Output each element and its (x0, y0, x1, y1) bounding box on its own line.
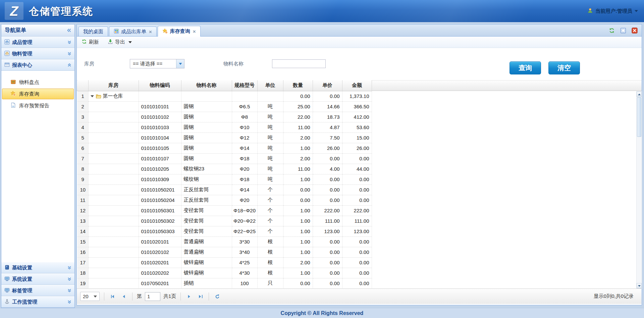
clear-button[interactable]: 清空 (548, 61, 580, 74)
col-qty[interactable]: 数量 (283, 80, 313, 91)
col-warehouse[interactable]: 库房 (88, 80, 139, 91)
material-name-cell: 圆钢 (181, 101, 232, 112)
unit-cell: 吨 (257, 164, 283, 174)
col-amount[interactable]: 金额 (342, 80, 372, 91)
col-material-name[interactable]: 物料名称 (181, 80, 232, 91)
price-cell: 18.73 (313, 112, 342, 122)
material-code-cell: 010101050204 (139, 195, 181, 205)
reload-page-icon[interactable] (213, 293, 221, 301)
table-row[interactable]: 180101020202镀锌扁钢4*30根1.000.000.00 (77, 268, 372, 278)
tab-finished-goods-outbound[interactable]: 成品出库单 × (109, 26, 157, 36)
col-material-code[interactable]: 物料编码 (139, 80, 181, 91)
app-header: Z 仓储管理系统 当前用户:管理员 (0, 0, 644, 22)
warehouse-select[interactable]: == 请选择 == (130, 59, 184, 68)
table-row[interactable]: 190107050201插销100只0.000.000.00 (77, 278, 372, 288)
unit-cell: 吨 (257, 101, 283, 112)
table-row[interactable]: 14010101050303变径套筒Φ22~Φ25个1.00123.00123.… (77, 226, 372, 236)
table-row[interactable]: 40101010103圆钢Φ10吨11.004.8753.60 (77, 122, 372, 132)
row-number: 16 (77, 247, 88, 257)
tab-label: 成品出库单 (121, 29, 146, 35)
table-row[interactable]: 170101020201镀锌扁钢4*25根2.000.000.00 (77, 257, 372, 268)
filter-bar: 库房 == 请选择 == 物料名称 查询 清空 (77, 48, 642, 80)
price-cell: 0.00 (313, 268, 342, 278)
refresh-tab-icon[interactable] (608, 27, 615, 34)
sidebar-item-stock-warning-report[interactable]: 库存预警报告 (2, 100, 74, 111)
table-row[interactable]: 11010101050204正反丝套筒Φ20个0.000.000.00 (77, 195, 372, 205)
table-row[interactable]: 30101010102圆钢Φ8吨22.0018.73412.00 (77, 112, 372, 122)
refresh-label: 刷新 (89, 39, 99, 45)
spec-cell: Φ18 (232, 153, 257, 164)
select-chevron-icon[interactable] (176, 59, 184, 68)
col-spec[interactable]: 规格型号 (232, 80, 257, 91)
sidebar-collapse-icon[interactable] (67, 28, 71, 33)
tab-my-desktop[interactable]: 我的桌面 (78, 26, 108, 36)
amount-cell: 123.00 (342, 226, 372, 236)
price-cell: 222.00 (313, 205, 342, 216)
prev-page-button[interactable] (120, 293, 128, 301)
sidebar-item-stock-query[interactable]: 库存查询 (2, 89, 74, 99)
qty-cell: 1.00 (283, 268, 313, 278)
close-icon[interactable] (631, 27, 638, 34)
scrollbar-thumb[interactable] (637, 97, 641, 137)
unit-cell: 根 (257, 247, 283, 257)
page-number-input[interactable] (145, 292, 160, 301)
amount-cell: 15.00 (342, 132, 372, 143)
col-rownum[interactable] (77, 80, 88, 91)
table-row[interactable]: 150101020101普通扁钢3*30根1.000.000.00 (77, 236, 372, 247)
col-price[interactable]: 单价 (313, 80, 342, 91)
last-page-button[interactable] (196, 293, 204, 301)
price-cell: 26.00 (313, 143, 342, 153)
qty-cell: 0.00 (283, 184, 313, 195)
tab-close-icon[interactable]: × (193, 29, 196, 34)
price-cell: 0.00 (313, 278, 342, 288)
warehouse-cell (88, 122, 139, 132)
col-unit[interactable]: 单位 (257, 80, 283, 91)
chevron-double-down-icon (67, 266, 71, 270)
sidebar-item-label: 基础设置 (12, 265, 32, 271)
next-page-button[interactable] (185, 293, 193, 301)
user-menu[interactable]: 当前用户:管理员 (587, 0, 638, 22)
table-row[interactable]: 80101010205螺纹钢23Φ20吨11.004.0044.00 (77, 164, 372, 174)
material-name-cell: 变径套筒 (181, 226, 232, 236)
sidebar-item-label-management[interactable]: 标签管理 (1, 285, 74, 296)
table-row[interactable]: 10010101050201正反丝套筒Φ14个0.000.000.00 (77, 184, 372, 195)
table-row[interactable]: 20101010101圆钢Φ6.5吨25.0014.66366.50 (77, 101, 372, 112)
table-row[interactable]: 60101010105圆钢Φ14吨1.0026.0026.00 (77, 143, 372, 153)
table-row[interactable]: 13010101050302变径套筒Φ20~Φ22个1.00111.00111.… (77, 216, 372, 226)
tab-label: 我的桌面 (83, 29, 103, 35)
material-code-cell: 0107050201 (139, 278, 181, 288)
tab-stock-query[interactable]: 库存查询 × (158, 26, 201, 37)
warehouse-cell (88, 153, 139, 164)
page-size-select[interactable]: 20 (80, 292, 100, 301)
unit-cell: 只 (257, 278, 283, 288)
spec-cell: Φ14 (232, 143, 257, 153)
scroll-up-icon[interactable] (637, 92, 642, 97)
sidebar-item-basic-settings[interactable]: 基础设置 (1, 262, 74, 273)
sidebar-item-materials[interactable]: 物料管理 (1, 48, 74, 59)
tree-expand-icon[interactable] (91, 95, 94, 97)
sidebar-item-system-settings[interactable]: 系统设置 (1, 273, 74, 285)
table-row[interactable]: 70101010107圆钢Φ18吨2.000.000.00 (77, 153, 372, 164)
table-row[interactable]: 1第一仓库0.000.001,373.10 (77, 91, 372, 101)
table-row[interactable]: 12010101050301变径套筒Φ18~Φ20个1.00222.00222.… (77, 205, 372, 216)
material-name-input[interactable] (272, 59, 326, 68)
sidebar-item-finished-goods[interactable]: 成品管理 (1, 37, 74, 48)
first-page-button[interactable] (109, 293, 117, 301)
query-button[interactable]: 查询 (509, 61, 541, 74)
sidebar-item-material-inventory[interactable]: 物料盘点 (2, 77, 74, 88)
refresh-button[interactable]: 刷新 (82, 39, 99, 45)
tab-close-icon[interactable]: × (149, 29, 152, 35)
export-button[interactable]: 导出 (108, 39, 132, 45)
maximize-icon[interactable] (620, 27, 626, 34)
table-row[interactable]: 90101010309螺纹钢Φ18吨1.000.000.00 (77, 174, 372, 184)
vertical-scrollbar[interactable] (636, 91, 642, 289)
scroll-down-icon[interactable] (637, 283, 642, 288)
sidebar-item-report-center[interactable]: 报表中心 (1, 59, 74, 71)
price-cell: 4.00 (313, 164, 342, 174)
sidebar-header: 导航菜单 (1, 24, 74, 37)
sidebar-item-workflow-management[interactable]: 工作流管理 (1, 296, 74, 308)
table-row[interactable]: 160101020102普通扁钢3*40根1.000.000.00 (77, 247, 372, 257)
table-row[interactable]: 50101010104圆钢Φ12吨2.007.5015.00 (77, 132, 372, 143)
material-name-cell: 变径套筒 (181, 205, 232, 216)
material-code-cell: 0101010104 (139, 132, 181, 143)
